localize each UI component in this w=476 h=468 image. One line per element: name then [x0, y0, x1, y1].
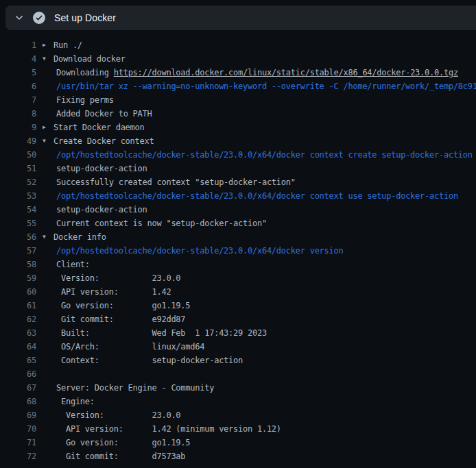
line-number[interactable]: 57: [0, 244, 36, 258]
line-number[interactable]: 4: [0, 52, 36, 66]
line-number[interactable]: 58: [0, 258, 36, 271]
log-text: Go version: go1.19.5: [56, 299, 190, 312]
chevron-right-icon[interactable]: ▶: [43, 121, 53, 134]
log-text: Git commit: e92dd87: [56, 312, 185, 326]
step-header[interactable]: Set up Docker: [5, 5, 476, 30]
group-title[interactable]: Docker info: [53, 230, 106, 244]
log-line: 49▼Create Docker context: [0, 134, 476, 148]
line-number[interactable]: 67: [0, 381, 36, 395]
group-title[interactable]: Start Docker daemon: [53, 121, 145, 134]
actions-log-viewer: Set up Docker 1▶Run ./4▼Download docker5…: [0, 0, 476, 468]
log-line: 61 Go version: go1.19.5: [0, 299, 476, 312]
log-text: Downloading: [56, 68, 114, 77]
line-number[interactable]: 6: [0, 79, 36, 93]
log-text: Engine:: [56, 395, 95, 408]
log-text: API version: 1.42: [56, 285, 171, 299]
log-text: Version: 23.0.0: [56, 271, 180, 285]
log-text: Built: Wed Feb 1 17:43:29 2023: [56, 326, 267, 340]
line-number[interactable]: 64: [0, 340, 36, 354]
step-title: Set up Docker: [54, 12, 116, 23]
check-circle-icon: [33, 12, 45, 24]
line-number[interactable]: 60: [0, 285, 36, 299]
log-line: 54setup-docker-action: [0, 203, 476, 217]
log-line: 51setup-docker-action: [0, 162, 476, 175]
line-number[interactable]: 70: [0, 422, 36, 436]
line-number[interactable]: 62: [0, 312, 36, 326]
line-number[interactable]: 63: [0, 326, 36, 340]
log-line: 64 OS/Arch: linux/amd64: [0, 340, 476, 354]
line-number[interactable]: 7: [0, 93, 36, 107]
log-line: 8Added Docker to PATH: [0, 107, 476, 121]
chevron-right-icon[interactable]: ▶: [43, 38, 53, 52]
line-number[interactable]: 59: [0, 271, 36, 285]
log-text: Git commit: d7573ab: [56, 449, 185, 463]
log-text: Fixing perms: [56, 93, 114, 107]
log-text: setup-docker-action: [56, 203, 147, 217]
log-text: Current context is now "setup-docker-act…: [56, 217, 267, 230]
line-number[interactable]: 53: [0, 189, 36, 203]
line-number[interactable]: 1: [0, 38, 36, 52]
line-number[interactable]: 68: [0, 395, 36, 408]
log-text: Added Docker to PATH: [56, 107, 152, 121]
log-line: 56▼Docker info: [0, 230, 476, 244]
log-line: 72 Git commit: d7573ab: [0, 449, 476, 463]
line-number[interactable]: 52: [0, 175, 36, 189]
line-number[interactable]: 56: [0, 230, 36, 244]
log-line: 9▶Start Docker daemon: [0, 121, 476, 134]
log-line: 57/opt/hostedtoolcache/docker-stable/23.…: [0, 244, 476, 258]
log-line: 65 Context: setup-docker-action: [0, 354, 476, 367]
log-line: 69 Version: 23.0.0: [0, 408, 476, 422]
log-line: 5Downloading https://download.docker.com…: [0, 66, 476, 79]
log-line: 67Server: Docker Engine - Community: [0, 381, 476, 395]
line-number[interactable]: 9: [0, 121, 36, 134]
log-command-text: /usr/bin/tar xz --warning=no-unknown-key…: [56, 79, 476, 93]
group-title[interactable]: Download docker: [53, 52, 126, 66]
log-text: Client:: [56, 258, 90, 271]
log-line: 71 Go version: go1.19.5: [0, 436, 476, 449]
log-line: 66: [0, 367, 476, 381]
log-text: Successfully created context "setup-dock…: [56, 175, 296, 189]
line-number[interactable]: 50: [0, 148, 36, 162]
log-line: 68 Engine:: [0, 395, 476, 408]
log-link[interactable]: https://download.docker.com/linux/static…: [114, 68, 458, 77]
log-text: Server: Docker Engine - Community: [56, 381, 214, 395]
log-line: 60 API version: 1.42: [0, 285, 476, 299]
line-number[interactable]: 54: [0, 203, 36, 217]
chevron-down-icon[interactable]: ▼: [43, 230, 53, 244]
line-number[interactable]: 8: [0, 107, 36, 121]
line-number[interactable]: 5: [0, 66, 36, 79]
chevron-down-icon[interactable]: ▼: [43, 134, 53, 148]
log-text: Context: setup-docker-action: [56, 354, 243, 367]
log-command-text: /opt/hostedtoolcache/docker-stable/23.0.…: [56, 244, 343, 258]
log-line: 6/usr/bin/tar xz --warning=no-unknown-ke…: [0, 79, 476, 93]
log-line: 1▶Run ./: [0, 38, 476, 52]
log-line: 50/opt/hostedtoolcache/docker-stable/23.…: [0, 148, 476, 162]
group-title[interactable]: Run ./: [53, 38, 82, 52]
line-number[interactable]: 72: [0, 449, 36, 463]
line-number[interactable]: 51: [0, 162, 36, 175]
line-number[interactable]: 71: [0, 436, 36, 449]
chevron-down-icon[interactable]: [14, 12, 25, 23]
log-line: 52Successfully created context "setup-do…: [0, 175, 476, 189]
line-number[interactable]: 66: [0, 367, 36, 381]
log-text: setup-docker-action: [56, 162, 147, 175]
log-line: 70 API version: 1.42 (minimum version 1.…: [0, 422, 476, 436]
log-line: 4▼Download docker: [0, 52, 476, 66]
line-number[interactable]: 65: [0, 354, 36, 367]
log-text: API version: 1.42 (minimum version 1.12): [56, 422, 281, 436]
log-line: 7Fixing perms: [0, 93, 476, 107]
line-number[interactable]: 61: [0, 299, 36, 312]
log-line: 62 Git commit: e92dd87: [0, 312, 476, 326]
group-title[interactable]: Create Docker context: [53, 134, 154, 148]
log-command-text: /opt/hostedtoolcache/docker-stable/23.0.…: [56, 189, 458, 203]
log-text: Downloading https://download.docker.com/…: [56, 66, 458, 79]
line-number[interactable]: 55: [0, 217, 36, 230]
log-lines: 1▶Run ./4▼Download docker5Downloading ht…: [0, 38, 476, 463]
log-command-text: /opt/hostedtoolcache/docker-stable/23.0.…: [56, 148, 476, 162]
chevron-down-icon[interactable]: ▼: [43, 52, 53, 66]
log-line: 55Current context is now "setup-docker-a…: [0, 217, 476, 230]
line-number[interactable]: 69: [0, 408, 36, 422]
line-number[interactable]: 49: [0, 134, 36, 148]
log-text: Version: 23.0.0: [56, 408, 180, 422]
log-area: 1▶Run ./4▼Download docker5Downloading ht…: [0, 30, 476, 463]
